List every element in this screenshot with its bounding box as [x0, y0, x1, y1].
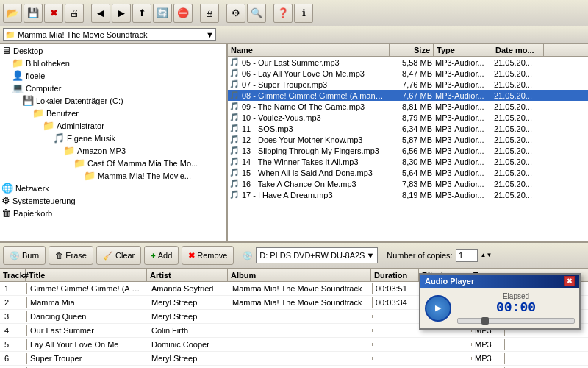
file-row[interactable]: 🎵09 - The Name Of The Game.mp38,81 MBMP3… [228, 101, 588, 112]
col-header-name[interactable]: Name [228, 44, 390, 56]
file-date-cell: 21.05.20... [494, 158, 545, 166]
info-btn[interactable]: ℹ [294, 4, 313, 23]
drive-dropdown-arrow[interactable]: ▼ [366, 251, 374, 260]
file-row[interactable]: 🎵15 - When All Is Said And Done.mp35,64 … [228, 167, 588, 178]
folder-open-btn[interactable]: 📂 [3, 4, 22, 23]
tree-item[interactable]: 📁Bibliotheken [0, 57, 226, 69]
track-col-num[interactable]: Track# [0, 269, 26, 281]
tree-item[interactable]: 📁Administrator [0, 119, 226, 132]
copies-input[interactable] [456, 249, 478, 262]
tree-item-icon: 📁 [74, 158, 85, 169]
settings-btn[interactable]: ⚙ [226, 4, 245, 23]
file-date-cell: 21.05.20... [494, 113, 545, 122]
mp3-icon: 🎵 [229, 57, 240, 67]
time-display: Elapsed 00:00 [457, 292, 575, 324]
tree-item[interactable]: 📁Mamma Mia! The Movie... [0, 169, 226, 182]
track-row[interactable]: 6Super TrouperMeryl StreepMP3 [0, 352, 588, 366]
help-btn[interactable]: ❓ [273, 4, 293, 23]
col-header-size[interactable]: Size [390, 44, 434, 56]
tree-item[interactable]: 🌐Netzwerk [0, 182, 226, 194]
file-date-cell: 21.05.20... [494, 80, 545, 89]
tree-item-label: Amazon MP3 [77, 146, 126, 155]
file-date-cell: 21.05.20... [494, 146, 545, 155]
tree-item[interactable]: 🖥Desktop [0, 44, 226, 57]
refresh-btn[interactable]: 🔄 [153, 4, 172, 23]
drive-select-area: 💿 D: PLDS DVD+RW DU-8A2S ▼ [243, 247, 378, 263]
track-num: 6 [1, 353, 27, 364]
track-title: Lay All Your Love On Me [27, 339, 148, 350]
tree-item-label: Administrator [57, 121, 104, 130]
file-name-cell: 🎵08 - Gimme! Gimme! Gimme! (A man after … [229, 91, 391, 100]
track-album [229, 329, 373, 332]
tree-item[interactable]: 👤floele [0, 69, 226, 82]
track-col-artist[interactable]: Artist [147, 269, 228, 281]
tree-item[interactable]: 🗑Papierkorb [0, 207, 226, 219]
clear-button[interactable]: 🧹 Clear [96, 246, 141, 265]
copies-label: Number of copies: [387, 251, 452, 260]
file-type-cell: MP3-Audior... [435, 146, 494, 155]
file-name-cell: 🎵12 - Does Your Mother Know.mp3 [229, 135, 391, 144]
file-row[interactable]: 🎵08 - Gimme! Gimme! Gimme! (A man after … [228, 90, 588, 101]
tree-item-label: floele [26, 71, 45, 80]
tree-item-icon: 📁 [12, 57, 24, 68]
file-row[interactable]: 🎵16 - Take A Chance On Me.mp37,83 MBMP3-… [228, 178, 588, 189]
remove-button[interactable]: ✖ Remove [182, 246, 234, 265]
tree-item[interactable]: 📁Cast Of Mamma Mia The Mo... [0, 157, 226, 169]
disc-icon: 💿 [243, 251, 253, 261]
copies-spinner-up[interactable]: ▲▼ [481, 252, 492, 258]
audio-player-close-btn[interactable]: ✖ [564, 276, 575, 286]
close-btn[interactable]: ✖ [44, 4, 63, 23]
search-btn[interactable]: 🔍 [247, 4, 266, 23]
file-row[interactable]: 🎵14 - The Winner Takes It All.mp38,30 MB… [228, 156, 588, 167]
back-btn[interactable]: ◀ [91, 4, 110, 23]
file-list[interactable]: Name Size Type Date mo... 🎵05 - Our Last… [228, 44, 588, 241]
stop-btn[interactable]: ⛔ [173, 4, 193, 23]
tree-item[interactable]: ⚙Systemsteuerung [0, 194, 226, 207]
save-btn[interactable]: 💾 [24, 4, 43, 23]
file-row[interactable]: 🎵12 - Does Your Mother Know.mp35,87 MBMP… [228, 134, 588, 145]
track-artist: Amanda Seyfried [148, 283, 229, 294]
tree-item-label: Computer [26, 84, 61, 93]
mp3-icon: 🎵 [229, 68, 240, 78]
tree-item[interactable]: 💻Computer [0, 82, 226, 94]
progress-thumb[interactable] [481, 317, 489, 325]
col-header-date[interactable]: Date mo... [492, 44, 544, 56]
file-row[interactable]: 🎵05 - Our Last Summer.mp35,58 MBMP3-Audi… [228, 57, 588, 68]
up-btn[interactable]: ⬆ [132, 4, 151, 23]
col-header-type[interactable]: Type [434, 44, 492, 56]
file-name-cell: 🎵11 - SOS.mp3 [229, 124, 391, 133]
file-row[interactable]: 🎵07 - Super Trouper.mp37,76 MBMP3-Audior… [228, 79, 588, 90]
play-button[interactable]: ▶ [425, 295, 451, 322]
dropdown-arrow[interactable]: ▼ [206, 30, 214, 39]
erase-button[interactable]: 🗑 Erase [49, 246, 93, 265]
file-row[interactable]: 🎵17 - I Have A Dream.mp38,19 MBMP3-Audio… [228, 189, 588, 200]
track-col-duration[interactable]: Duration [371, 269, 419, 281]
burn-button[interactable]: 💿 Burn [3, 246, 46, 265]
tree-item[interactable]: 📁Amazon MP3 [0, 144, 226, 157]
track-artist: Meryl Streep [148, 353, 229, 364]
file-row[interactable]: 🎵10 - Voulez-Vous.mp38,79 MBMP3-Audior..… [228, 112, 588, 123]
file-row[interactable]: 🎵11 - SOS.mp36,34 MBMP3-Audior...21.05.2… [228, 123, 588, 134]
file-row[interactable]: 🎵06 - Lay All Your Love On Me.mp38,47 MB… [228, 68, 588, 79]
track-artist: Meryl Streep [148, 297, 229, 308]
tree-item-label: Cast Of Mamma Mia The Mo... [87, 159, 198, 168]
add-button[interactable]: + Add [144, 246, 179, 265]
tree-item[interactable]: 📁Benutzer [0, 107, 226, 119]
drive-dropdown[interactable]: D: PLDS DVD+RW DU-8A2S ▼ [256, 247, 378, 263]
tree-item[interactable]: 🎵Eigene Musik [0, 132, 226, 144]
print-btn[interactable]: 🖨 [65, 4, 84, 23]
track-row[interactable]: 5Lay All Your Love On MeDominic CooperMP… [0, 338, 588, 352]
address-combo[interactable]: 📁 Mamma Mia! The Movie Soundtrack ▼ [3, 28, 216, 41]
track-col-album[interactable]: Album [228, 269, 371, 281]
file-name-cell: 🎵10 - Voulez-Vous.mp3 [229, 113, 391, 122]
folder-tree[interactable]: 🖥Desktop📁Bibliotheken👤floele💻Computer💾Lo… [0, 44, 228, 241]
progress-bar[interactable] [457, 318, 575, 324]
track-artist: Dominic Cooper [148, 339, 229, 350]
tree-item[interactable]: 💾Lokaler Datenträger (C:) [0, 94, 226, 107]
track-col-title[interactable]: Title [26, 269, 147, 281]
forward-btn[interactable]: ▶ [112, 4, 131, 23]
print2-btn[interactable]: 🖨 [200, 4, 219, 23]
file-type-cell: MP3-Audior... [435, 80, 494, 89]
track-duration: 00:03:34 [373, 297, 420, 308]
file-row[interactable]: 🎵13 - Slipping Through My Fingers.mp36,5… [228, 145, 588, 156]
